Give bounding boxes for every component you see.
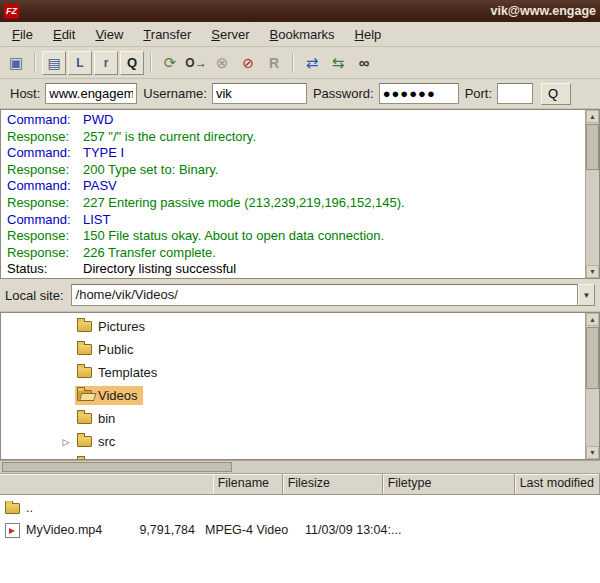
toggle-message-log-icon[interactable]: ▤ (42, 51, 66, 75)
titlebar[interactable]: FZ vik@www.engage (0, 0, 600, 22)
tree-row[interactable]: Templates (1, 361, 583, 384)
folder-icon (77, 344, 92, 355)
find-files-icon[interactable]: ∞ (352, 51, 376, 75)
tree-scrollbar[interactable]: ▲ ▼ (585, 313, 599, 459)
menu-item[interactable]: View (85, 24, 133, 45)
scroll-up-icon[interactable]: ▲ (586, 313, 599, 326)
tree-row[interactable]: Videos (1, 384, 583, 407)
log-line-text: PASV (83, 178, 117, 193)
scroll-down-icon[interactable]: ▼ (586, 265, 599, 278)
log-line-text: PWD (83, 112, 113, 127)
file-type-icon (5, 503, 20, 514)
log-line: Response:227 Entering passive mode (213,… (7, 195, 583, 212)
file-name[interactable]: .. (26, 501, 33, 515)
toggle-remote-tree-icon[interactable]: r (94, 51, 118, 75)
expander-icon[interactable]: ▷ (57, 437, 75, 447)
log-line-text: TYPE I (83, 145, 124, 160)
password-label: Password: (313, 86, 374, 101)
quickconnect-button[interactable]: Q (541, 83, 571, 105)
cancel-operation-icon: ⊗ (210, 51, 234, 75)
username-input[interactable] (212, 83, 307, 104)
tree-cell[interactable]: bin (75, 409, 120, 428)
file-modified: 11/03/09 13:04:... (300, 523, 432, 537)
local-site-combo[interactable]: /home/vik/Videos/ ▼ (71, 284, 595, 306)
column-header[interactable]: Filename (213, 474, 283, 494)
tree-horizontal-scrollbar[interactable] (0, 460, 600, 474)
local-site-dropdown-icon[interactable]: ▼ (578, 284, 595, 306)
menu-item[interactable]: Server (201, 24, 259, 45)
tree-item-label[interactable]: Pictures (98, 319, 145, 334)
column-header[interactable]: Last modified (515, 474, 600, 494)
synchronized-browsing-icon[interactable]: ⇆ (326, 51, 350, 75)
tree-row[interactable]: bin (1, 407, 583, 430)
scroll-down-icon[interactable]: ▼ (586, 446, 599, 459)
tree-cell[interactable]: Videos (75, 386, 143, 405)
log-line-prefix: Response: (7, 228, 83, 245)
scrollbar-thumb[interactable] (2, 462, 232, 472)
directory-comparison-icon[interactable]: ⇄ (300, 51, 324, 75)
file-type-icon (5, 523, 20, 538)
menu-item[interactable]: Edit (43, 24, 85, 45)
log-line: Command:LIST (7, 212, 583, 229)
tree-item-label[interactable]: Videos (98, 388, 138, 403)
file-row[interactable]: .. (0, 497, 600, 519)
log-line-text: 257 "/" is the current directory. (83, 129, 256, 144)
toggle-local-tree-icon[interactable]: L (68, 51, 92, 75)
log-line-text: 150 File status okay. About to open data… (83, 228, 384, 243)
tree-item-label[interactable]: Public (98, 342, 133, 357)
scrollbar-thumb[interactable] (586, 327, 599, 389)
log-line-prefix: Response: (7, 162, 83, 179)
tree-item-label[interactable]: bin (98, 411, 115, 426)
tree-row[interactable]: Public (1, 338, 583, 361)
tree-cell[interactable]: src (75, 432, 120, 451)
toolbar-separator (292, 53, 294, 73)
host-input[interactable] (45, 83, 137, 104)
refresh-icon[interactable]: ⟳ (158, 51, 182, 75)
menu-item[interactable]: Transfer (133, 24, 201, 45)
password-input[interactable] (379, 83, 459, 104)
log-line-prefix: Command: (7, 212, 83, 229)
process-queue-icon[interactable]: O→ (184, 51, 208, 75)
tree-item-label[interactable]: Templates (98, 365, 157, 380)
tree-cell[interactable]: Templates (75, 363, 162, 382)
log-line: Command:TYPE I (7, 145, 583, 162)
folder-icon (77, 367, 92, 378)
tree-row[interactable]: Pictures (1, 315, 583, 338)
menu-item[interactable]: Help (345, 24, 392, 45)
file-name[interactable]: MyVideo.mp4 (26, 523, 102, 537)
port-input[interactable] (497, 83, 533, 104)
log-scrollbar[interactable]: ▲ ▼ (585, 110, 599, 278)
tree-cell[interactable]: Public (75, 340, 138, 359)
log-line: Response:150 File status okay. About to … (7, 228, 583, 245)
local-site-path[interactable]: /home/vik/Videos/ (71, 284, 578, 306)
log-line-prefix: Response: (7, 245, 83, 262)
disconnect-icon[interactable]: ⊘ (236, 51, 260, 75)
tree-row[interactable] (1, 453, 583, 460)
scrollbar-thumb[interactable] (586, 124, 599, 170)
log-line-prefix: Command: (7, 112, 83, 129)
menu-item[interactable]: Bookmarks (260, 24, 345, 45)
tree-item-label[interactable]: src (98, 434, 115, 449)
port-label: Port: (465, 86, 492, 101)
scroll-up-icon[interactable]: ▲ (586, 110, 599, 123)
folder-icon (77, 436, 92, 447)
filezilla-window: FZ vik@www.engage File Edit View Transfe… (0, 0, 600, 583)
log-line-text: Directory listing successful (83, 261, 236, 276)
log-line-prefix: Status: (7, 261, 83, 278)
column-header[interactable]: Filetype (383, 474, 515, 494)
toggle-queue-icon[interactable]: Q (120, 51, 144, 75)
toolbar-separator (34, 53, 36, 73)
log-line-text: LIST (83, 212, 110, 227)
site-manager-icon[interactable]: ▣ (4, 51, 28, 75)
log-line-prefix: Response: (7, 129, 83, 146)
folder-icon (77, 390, 92, 401)
tree-items: Pictures Public Templates (1, 315, 583, 460)
tree-cell[interactable]: Pictures (75, 317, 150, 336)
column-header[interactable]: Filesize (283, 474, 383, 494)
tree-row[interactable]: ▷ src (1, 430, 583, 453)
file-type: MPEG-4 Video (200, 523, 300, 537)
file-size: 9,791,784 (130, 523, 200, 537)
file-row[interactable]: MyVideo.mp4 9,791,784 MPEG-4 Video 11/03… (0, 519, 600, 541)
menu-item[interactable]: File (2, 24, 43, 45)
local-site-bar: Local site: /home/vik/Videos/ ▼ (0, 279, 600, 312)
